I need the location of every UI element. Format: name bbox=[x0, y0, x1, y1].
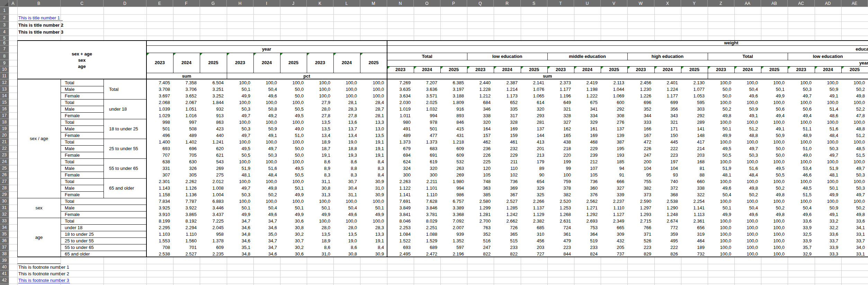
cell-U17[interactable]: 334 bbox=[574, 112, 601, 119]
cell-E36[interactable]: 1.553 bbox=[146, 238, 173, 244]
cell-H22[interactable]: 49,5 bbox=[227, 145, 253, 152]
cell-J12[interactable]: 100,0 bbox=[280, 79, 307, 86]
cell-J14[interactable]: 50,0 bbox=[280, 93, 307, 99]
cell-L38[interactable]: 30,8 bbox=[333, 251, 360, 257]
cell-B33[interactable]: age bbox=[17, 234, 61, 241]
column-header-J[interactable]: J bbox=[280, 0, 307, 7]
cell-Y30[interactable]: 2.254 bbox=[681, 198, 708, 205]
column-header-AD[interactable]: AD bbox=[815, 0, 841, 7]
cell-M26[interactable]: 8,4 bbox=[360, 172, 387, 178]
cell-P29[interactable]: 986 bbox=[440, 191, 467, 198]
column-header-U[interactable]: U bbox=[574, 0, 601, 7]
cell-W15[interactable]: 696 bbox=[627, 99, 654, 106]
cell-H37[interactable]: 35,1 bbox=[227, 244, 253, 251]
cell-G20[interactable]: 440 bbox=[200, 132, 227, 139]
cell-AB30[interactable]: 100,0 bbox=[761, 198, 788, 205]
cell-Z23[interactable]: 50,5 bbox=[708, 152, 734, 158]
cell-X34[interactable]: 772 bbox=[654, 224, 681, 231]
cell-V14[interactable]: 1.069 bbox=[601, 93, 627, 99]
cell-N18[interactable]: 980 bbox=[387, 119, 414, 126]
row-header-3[interactable]: 3 bbox=[0, 21, 9, 28]
cell-H35[interactable]: 34,8 bbox=[227, 231, 253, 238]
year-cell-AC[interactable]: 2023 bbox=[788, 66, 815, 73]
cell-D21[interactable]: 25 to under 55 bbox=[109, 145, 146, 152]
cell-R28[interactable]: 369 bbox=[494, 185, 521, 191]
cell-G17[interactable]: 913 bbox=[200, 112, 227, 119]
cell-K32[interactable]: 49,9 bbox=[307, 211, 333, 218]
cell-AC21[interactable]: 100,0 bbox=[788, 139, 815, 145]
year-cell-AB[interactable]: 2025 bbox=[761, 66, 788, 73]
cell-Q18[interactable]: 320 bbox=[467, 119, 494, 126]
cell-J34[interactable]: 30,8 bbox=[280, 224, 307, 231]
cell-AB14[interactable]: 49,9 bbox=[761, 93, 788, 99]
row-header-4[interactable]: 4 bbox=[0, 28, 9, 36]
cell-AA20[interactable]: 48,8 bbox=[734, 132, 761, 139]
cell-L25[interactable]: 8,8 bbox=[333, 165, 360, 172]
cell-H17[interactable]: 49,7 bbox=[227, 112, 253, 119]
year-cell-M[interactable]: 2025 bbox=[360, 53, 387, 73]
cell-AA29[interactable]: 50,2 bbox=[734, 191, 761, 198]
cell-V21[interactable]: 387 bbox=[601, 139, 627, 145]
cell-C19[interactable]: Male bbox=[65, 126, 103, 132]
cell-C26[interactable]: Female bbox=[65, 172, 103, 178]
cell-N20[interactable]: 489 bbox=[387, 132, 414, 139]
cell-V36[interactable]: 432 bbox=[601, 238, 627, 244]
cell-E15[interactable]: 2.068 bbox=[146, 99, 173, 106]
cell-Q30[interactable]: 2.580 bbox=[467, 198, 494, 205]
cell-X31[interactable]: 1.290 bbox=[654, 205, 681, 211]
row-header-5[interactable]: 5 bbox=[0, 36, 9, 41]
cell-L23[interactable]: 19,3 bbox=[333, 152, 360, 158]
cell-Q20[interactable]: 157 bbox=[467, 132, 494, 139]
cell-R26[interactable]: 102 bbox=[494, 172, 521, 178]
column-header-F[interactable]: F bbox=[173, 0, 200, 7]
cell-X35[interactable]: 359 bbox=[654, 231, 681, 238]
year-cell-X[interactable]: 2024 bbox=[654, 66, 681, 73]
cell-F33[interactable]: 8.192 bbox=[173, 218, 200, 224]
column-header-AC[interactable]: AC bbox=[788, 0, 815, 7]
cell-K33[interactable]: 100,0 bbox=[307, 218, 333, 224]
cell-V26[interactable]: 91 bbox=[601, 172, 627, 178]
year-cell-P[interactable]: 2025 bbox=[440, 66, 467, 73]
cell-L35[interactable]: 13,5 bbox=[333, 231, 360, 238]
cell-W28[interactable]: 382 bbox=[627, 185, 654, 191]
cell-AC34[interactable]: 33,9 bbox=[788, 224, 815, 231]
cell-Y21[interactable]: 417 bbox=[681, 139, 708, 145]
cell-O19[interactable]: 501 bbox=[414, 126, 440, 132]
column-header-K[interactable]: K bbox=[307, 0, 333, 7]
cell-G29[interactable]: 1.004 bbox=[200, 191, 227, 198]
cell-P22[interactable]: 609 bbox=[440, 145, 467, 152]
cell-T15[interactable]: 649 bbox=[547, 99, 574, 106]
cell-Q31[interactable]: 1.299 bbox=[467, 205, 494, 211]
cell-D18[interactable]: 18 to under 25 bbox=[109, 126, 146, 132]
cell-U38[interactable]: 824 bbox=[574, 251, 601, 257]
cell-AA21[interactable]: 100,0 bbox=[734, 139, 761, 145]
cell-Y16[interactable]: 303 bbox=[681, 106, 708, 112]
cell-L24[interactable]: 8,6 bbox=[333, 158, 360, 165]
cell-S12[interactable]: 2.141 bbox=[521, 79, 547, 86]
row-header-1[interactable]: 1 bbox=[0, 7, 9, 14]
year-cell-F[interactable]: 2024 bbox=[173, 53, 200, 73]
cell-Q16[interactable]: 346 bbox=[467, 106, 494, 112]
row-header-18[interactable]: 18 bbox=[0, 119, 9, 126]
cell-G22[interactable]: 620 bbox=[200, 145, 227, 152]
cell-AA36[interactable]: 100,0 bbox=[734, 238, 761, 244]
cell-P25[interactable]: 263 bbox=[440, 165, 467, 172]
cell-AA15[interactable]: 100,0 bbox=[734, 99, 761, 106]
cell-V25[interactable]: 94 bbox=[601, 165, 627, 172]
cell-C25[interactable]: Male bbox=[65, 165, 103, 172]
year-cell-E[interactable]: 2023 bbox=[146, 53, 173, 73]
cell-I35[interactable]: 35,0 bbox=[253, 231, 280, 238]
cell-X36[interactable]: 495 bbox=[654, 238, 681, 244]
cell-Q32[interactable]: 1.281 bbox=[467, 211, 494, 218]
cell-O33[interactable]: 8.029 bbox=[414, 218, 440, 224]
cell-C29[interactable]: Female bbox=[65, 191, 103, 198]
cell-AE36[interactable]: 33,7 bbox=[841, 238, 868, 244]
cell-T34[interactable]: 724 bbox=[547, 224, 574, 231]
cell-N34[interactable]: 2.253 bbox=[387, 224, 414, 231]
column-header-B[interactable]: B bbox=[17, 0, 61, 7]
footnote-1[interactable]: This is footnote number 1 bbox=[18, 264, 71, 270]
cell-AD13[interactable]: 50,9 bbox=[815, 86, 841, 93]
cell-E28[interactable]: 1.143 bbox=[146, 185, 173, 191]
row-header-33[interactable]: 33 bbox=[0, 218, 9, 224]
cell-Q34[interactable]: 763 bbox=[467, 224, 494, 231]
